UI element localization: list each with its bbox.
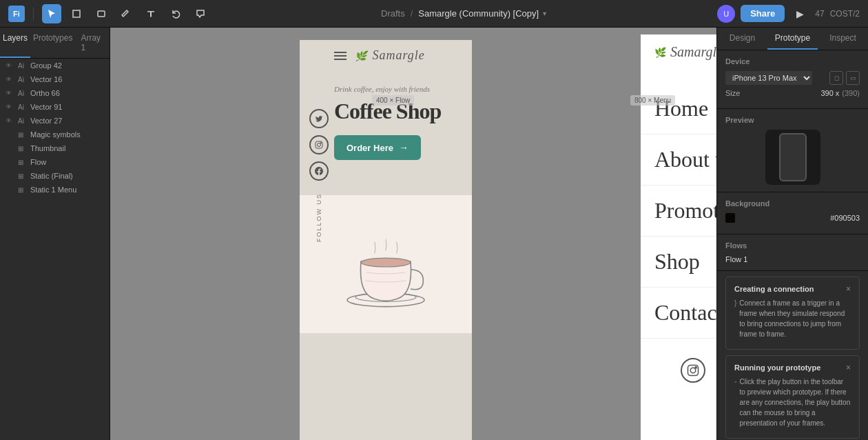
toolbar: Fi Drafts / Samargle (Community) [Copy] … [0, 0, 868, 28]
layer-item-static-final[interactable]: ⊞ Static (Final) [0, 169, 110, 183]
coffee-shop-nav: 🌿 Samargle [300, 40, 472, 71]
size-value: 390 x (390) [820, 89, 860, 97]
facebook-social-icon[interactable] [309, 161, 329, 181]
svg-rect-1 [98, 11, 105, 17]
layer-item[interactable]: 👁 Ai Group 42 [0, 59, 110, 72]
present-icon[interactable]: ▶ [790, 4, 809, 23]
connection-title-text-2: Running your prototype [734, 363, 820, 372]
svg-point-4 [320, 143, 322, 144]
background-color-row: #090503 [725, 213, 860, 223]
frame1-label: 400 × Flow [372, 95, 414, 106]
menu-item-shop[interactable]: Shop [641, 237, 716, 288]
tool-frame[interactable] [67, 4, 86, 23]
file-name[interactable]: Samargle (Community) [Copy] [418, 8, 539, 19]
tab-inspect[interactable]: Inspect [818, 28, 868, 50]
connection-close-1[interactable]: × [846, 284, 851, 294]
connection-close-2[interactable]: × [846, 363, 851, 372]
frame2-label: 800 × Menu [630, 95, 675, 106]
flows-section: Flows Flow 1 [717, 234, 868, 271]
drafts-label: Drafts [381, 8, 405, 19]
connection-body-2: ◦ Click the play button in the toolbar t… [734, 377, 851, 428]
cost-label: COST/2 [830, 9, 860, 19]
separator [33, 7, 34, 21]
device-select[interactable]: iPhone 13 Pro Max [725, 71, 812, 85]
flow-value[interactable]: Flow 1 [725, 255, 860, 263]
tool-undo[interactable] [166, 4, 185, 23]
connection-title-text-1: Creating a connection [734, 285, 814, 293]
device-preview [765, 130, 820, 185]
order-here-button[interactable]: Order Here → [334, 135, 421, 160]
svg-point-10 [695, 367, 696, 368]
app-logo[interactable]: Fi [8, 6, 25, 22]
canvas[interactable]: 400 × Flow 800 × Menu UI Thumbnail Flow … [110, 28, 716, 440]
svg-point-3 [318, 143, 321, 147]
tool-rectangle[interactable] [92, 4, 111, 23]
file-menu-chevron[interactable]: ▾ [543, 10, 546, 17]
menu-item-home[interactable]: Home [641, 83, 716, 134]
twitter-social-icon[interactable] [309, 109, 329, 128]
tab-prototype[interactable]: Prototype [767, 28, 818, 50]
connection-title-1: Creating a connection × [734, 284, 851, 294]
tab-layers[interactable]: Layers [0, 28, 30, 58]
background-section: Background #090503 [717, 192, 868, 234]
phone-preview-icon [779, 133, 807, 181]
tool-pen[interactable] [116, 4, 136, 23]
layer-item-magic[interactable]: ⊞ Magic symbols [0, 128, 110, 141]
user-avatar: U [717, 5, 735, 23]
device-section: Device iPhone 13 Pro Max ◻ ▭ Size 390 x … [717, 50, 868, 109]
preview-title: Preview [725, 116, 860, 124]
layer-item[interactable]: 👁 Ai Vector 16 [0, 72, 110, 86]
menu-instagram-icon[interactable] [681, 358, 705, 383]
tab-prototypes[interactable]: Prototypes [30, 28, 75, 58]
resize-icon-portrait[interactable]: ◻ [829, 71, 843, 85]
right-panel: Design Prototype Inspect Device iPhone 1… [716, 28, 868, 440]
resize-icon-landscape[interactable]: ▭ [846, 71, 860, 85]
share-button[interactable]: Share [741, 5, 785, 22]
layer-item-flow[interactable]: ⊞ Flow [0, 155, 110, 169]
svg-point-9 [690, 368, 696, 373]
connection-title-2: Running your prototype × [734, 363, 851, 372]
order-arrow-icon: → [399, 142, 409, 153]
layer-list: 👁 Ai Group 42 👁 Ai Vector 16 👁 Ai Ortho … [0, 59, 110, 440]
flows-section-title: Flows [725, 241, 860, 250]
coffee-shop-tagline: Drink coffee, enjoy with friends [334, 85, 458, 93]
toolbar-right: U Share ▶ 47 COST/2 [717, 4, 860, 23]
connection-panel-2: Running your prototype × ◦ Click the pla… [725, 355, 860, 439]
left-panel: Layers Prototypes Array 1 👁 Ai Group 42 … [0, 28, 110, 440]
resize-icons: ◻ ▭ [829, 71, 860, 85]
panel-tabs: Layers Prototypes Array 1 [0, 28, 110, 59]
background-section-title: Background [725, 199, 860, 208]
instagram-social-icon[interactable] [309, 135, 329, 154]
right-panel-tabs: Design Prototype Inspect [717, 28, 868, 50]
layer-item-static-menu[interactable]: ⊞ Static 1 Menu [0, 183, 110, 197]
layer-item-thumbnail[interactable]: ⊞ Thumbnail [0, 141, 110, 155]
menu-item-about[interactable]: About us [641, 134, 716, 186]
hamburger-menu[interactable] [334, 52, 347, 60]
svg-rect-0 [73, 10, 80, 17]
tab-design[interactable]: Design [717, 28, 767, 50]
menu-logo-text: Samargle [670, 44, 716, 60]
menu-social-icons [641, 344, 716, 397]
menu-item-promotion[interactable]: Promotion [641, 186, 716, 237]
layer-item[interactable]: 👁 Ai Vector 91 [0, 100, 110, 114]
layer-item[interactable]: 👁 Ai Vector 27 [0, 114, 110, 128]
tool-comment[interactable] [191, 4, 210, 23]
coffee-shop-logo: 🌿 Samargle [355, 48, 425, 63]
menu-item-contacts[interactable]: Contacts [641, 288, 716, 339]
layer-item[interactable]: 👁 Ai Ortho 66 [0, 86, 110, 100]
tool-text[interactable] [141, 4, 161, 23]
background-color-swatch[interactable] [725, 213, 735, 223]
follow-us-text: Follow us [316, 193, 322, 242]
device-section-title: Device [725, 57, 860, 66]
tool-select[interactable] [42, 4, 61, 23]
toolbar-left: Fi [8, 4, 210, 23]
toolbar-center: Drafts / Samargle (Community) [Copy] ▾ [381, 8, 546, 19]
social-sidebar: Follow us [309, 109, 329, 242]
preview-section: Preview [717, 109, 868, 192]
menu-facebook-icon[interactable] [716, 358, 717, 383]
menu-logo: 🌿 Samargle [641, 34, 716, 70]
svg-point-7 [361, 258, 411, 267]
background-color-value[interactable]: #090503 [830, 214, 860, 222]
device-row: iPhone 13 Pro Max ◻ ▭ [725, 71, 860, 85]
connection-panel-1: Creating a connection × } Connect a fram… [725, 277, 860, 350]
